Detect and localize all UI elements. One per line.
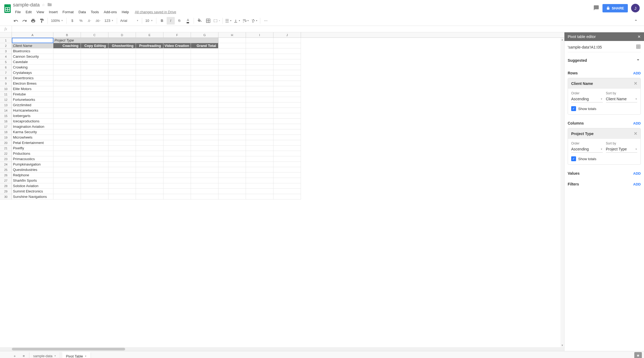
cell[interactable] (273, 151, 301, 156)
cell[interactable] (218, 140, 246, 146)
cell[interactable] (81, 86, 108, 92)
row-header[interactable]: 10 (0, 86, 12, 92)
collapse-toolbar-icon[interactable] (633, 18, 639, 24)
cell[interactable] (273, 102, 301, 108)
cell[interactable] (53, 81, 81, 86)
cell[interactable] (53, 108, 81, 113)
col-header-J[interactable]: J (273, 32, 301, 37)
row-header[interactable]: 12 (0, 97, 12, 102)
cell[interactable] (273, 194, 301, 199)
cell[interactable] (108, 156, 136, 162)
close-panel-icon[interactable]: ✕ (638, 35, 641, 39)
cell[interactable]: Crowking (12, 65, 53, 70)
sheets-logo[interactable] (2, 2, 13, 16)
cell[interactable] (53, 156, 81, 162)
cols-show-totals-checkbox[interactable]: ✓ (571, 156, 576, 161)
cell[interactable] (108, 124, 136, 129)
cell[interactable] (273, 65, 301, 70)
cell[interactable] (108, 140, 136, 146)
cell[interactable] (136, 75, 163, 81)
cell[interactable] (273, 156, 301, 162)
cell[interactable] (136, 183, 163, 189)
cell[interactable] (136, 146, 163, 151)
panel-range[interactable]: 'sample-data'!A1:I35 (568, 45, 602, 49)
cell[interactable] (246, 189, 273, 194)
menu-file[interactable]: File (13, 9, 23, 15)
cell[interactable]: Microwheels (12, 135, 53, 140)
cell[interactable]: Project Type (53, 38, 218, 43)
cell[interactable] (81, 119, 108, 124)
user-avatar[interactable]: J (631, 4, 640, 12)
cell[interactable] (191, 65, 218, 70)
row-header[interactable]: 26 (0, 173, 12, 178)
cell[interactable] (53, 162, 81, 167)
cell[interactable] (273, 129, 301, 135)
cell[interactable] (108, 173, 136, 178)
menu-format[interactable]: Format (60, 9, 76, 15)
cell[interactable] (218, 75, 246, 81)
cell[interactable] (163, 102, 191, 108)
cell[interactable] (218, 189, 246, 194)
cell[interactable] (108, 102, 136, 108)
cell[interactable] (218, 129, 246, 135)
cell[interactable] (81, 108, 108, 113)
cell[interactable] (136, 194, 163, 199)
row-header[interactable]: 27 (0, 178, 12, 183)
cell[interactable]: Hurricanetworks (12, 108, 53, 113)
cell[interactable] (136, 113, 163, 119)
col-header-B[interactable]: B (53, 32, 81, 37)
cell[interactable] (136, 59, 163, 65)
cell[interactable] (163, 113, 191, 119)
cell[interactable]: Electron Brews (12, 81, 53, 86)
cell[interactable] (53, 124, 81, 129)
cell[interactable] (53, 59, 81, 65)
cell[interactable] (191, 70, 218, 75)
row-header[interactable]: 24 (0, 162, 12, 167)
cell[interactable]: Fortunetworks (12, 97, 53, 102)
cell[interactable]: Solstice Aviation (12, 183, 53, 189)
cell[interactable] (81, 129, 108, 135)
cell[interactable] (136, 86, 163, 92)
strikethrough-button[interactable]: S (175, 17, 183, 25)
cell[interactable]: Grizzlimited (12, 102, 53, 108)
font-dropdown[interactable]: Arial▼ (119, 18, 140, 24)
cell[interactable] (108, 65, 136, 70)
cell[interactable] (108, 178, 136, 183)
cell[interactable] (136, 189, 163, 194)
cell[interactable] (246, 70, 273, 75)
cell[interactable] (273, 86, 301, 92)
cell[interactable] (218, 156, 246, 162)
cell[interactable] (218, 92, 246, 97)
cell[interactable] (191, 135, 218, 140)
cell[interactable]: Copy Editing (81, 43, 108, 49)
cell[interactable]: Pumpkinavigation (12, 162, 53, 167)
cell[interactable] (246, 162, 273, 167)
cell[interactable] (81, 194, 108, 199)
cell[interactable] (273, 189, 301, 194)
decrease-decimal-button[interactable]: .0← (85, 17, 94, 25)
cell[interactable]: Pixelfly (12, 146, 53, 151)
cell[interactable] (246, 156, 273, 162)
h-scrollbar[interactable] (0, 347, 564, 351)
cell[interactable]: Coaching (53, 43, 81, 49)
cell[interactable] (191, 167, 218, 173)
cell[interactable] (81, 135, 108, 140)
cell[interactable]: Karma Security (12, 129, 53, 135)
columns-add-button[interactable]: ADD (633, 121, 641, 125)
cell[interactable] (81, 178, 108, 183)
cell[interactable] (108, 75, 136, 81)
cell[interactable] (136, 92, 163, 97)
cell[interactable]: Questindustries (12, 167, 53, 173)
cell[interactable]: Bluetronics (12, 49, 53, 54)
cell[interactable] (273, 173, 301, 178)
cell[interactable] (191, 81, 218, 86)
cell[interactable] (163, 135, 191, 140)
cell[interactable] (218, 146, 246, 151)
cell[interactable] (108, 108, 136, 113)
cell[interactable] (136, 102, 163, 108)
cell[interactable] (53, 173, 81, 178)
rows-order-dropdown[interactable]: Ascending▼ (571, 96, 603, 102)
cell[interactable] (81, 156, 108, 162)
share-button[interactable]: SHARE (602, 4, 628, 12)
cell[interactable] (246, 97, 273, 102)
